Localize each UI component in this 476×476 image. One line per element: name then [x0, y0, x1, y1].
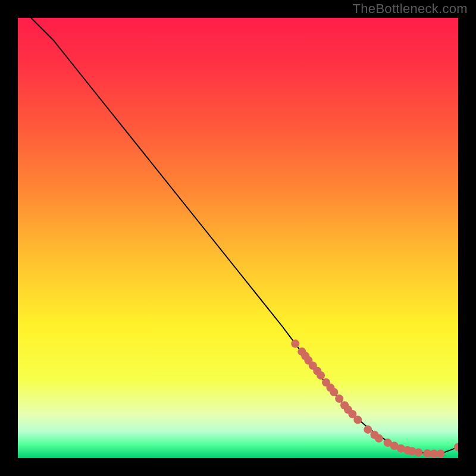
watermark-text: TheBottleneck.com [353, 1, 468, 17]
data-marker [375, 434, 383, 443]
data-marker [436, 450, 444, 458]
data-marker [330, 388, 338, 396]
data-marker [317, 371, 325, 380]
bottleneck-curve-chart [18, 18, 458, 458]
data-marker [414, 448, 422, 456]
gradient-background [18, 18, 458, 458]
data-marker [335, 394, 343, 403]
data-marker [291, 340, 299, 348]
data-marker [353, 416, 362, 424]
chart-frame: TheBottleneck.com [0, 0, 476, 476]
data-marker [364, 425, 372, 434]
